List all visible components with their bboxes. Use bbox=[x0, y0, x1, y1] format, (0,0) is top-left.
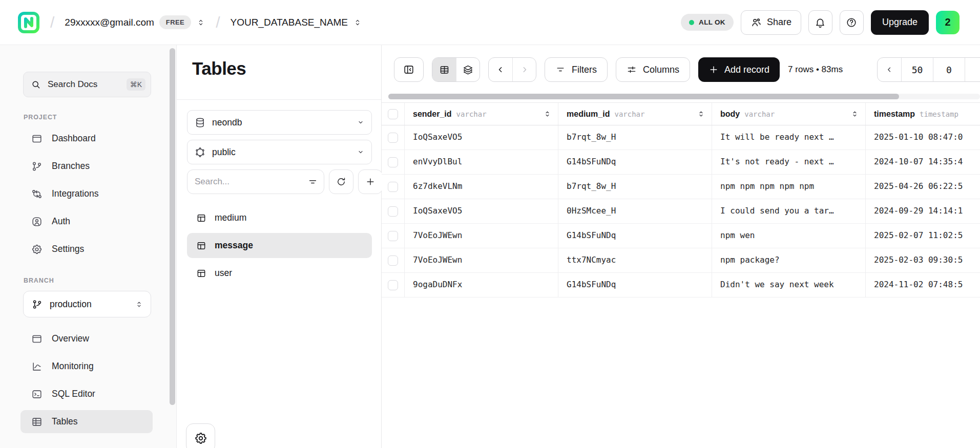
database-selector[interactable]: YOUR_DATABASE_NAME bbox=[230, 17, 362, 28]
table-row[interactable]: 9ogaDuDNFx G14bSFuNDq Didn't we say next… bbox=[382, 273, 980, 297]
page-size-field[interactable]: 50 bbox=[901, 58, 933, 81]
sidebar-item-overview[interactable]: Overview bbox=[20, 327, 153, 350]
sort-icon[interactable] bbox=[850, 110, 859, 118]
cell-timestamp[interactable]: 2025-01-10 08:47:0 bbox=[866, 125, 980, 150]
cell-body[interactable]: npm wen bbox=[712, 224, 866, 248]
cell-body[interactable]: npm npm npm npm npm bbox=[712, 175, 866, 199]
column-header-medium-id[interactable]: medium_id varchar bbox=[558, 103, 712, 125]
upgrade-button[interactable]: Upgrade bbox=[871, 10, 929, 35]
table-row[interactable]: enVvyDlBul G14bSFuNDq It's not ready - n… bbox=[382, 150, 980, 175]
chart-line-icon bbox=[31, 361, 43, 372]
sort-icon[interactable] bbox=[697, 110, 705, 118]
sidebar-item-tables[interactable]: Tables bbox=[20, 410, 153, 433]
cell-body[interactable]: I could send you a tar… bbox=[712, 199, 866, 223]
cell-body[interactable]: It will be ready next … bbox=[712, 125, 866, 150]
pagination-cut-cell[interactable] bbox=[965, 58, 980, 81]
table-list-item-user[interactable]: user bbox=[187, 261, 372, 286]
sidebar-item-monitoring[interactable]: Monitoring bbox=[20, 355, 153, 378]
grid-view-button[interactable] bbox=[432, 58, 456, 81]
row-checkbox[interactable] bbox=[388, 182, 398, 192]
refresh-button[interactable] bbox=[329, 169, 353, 194]
cell-medium-id[interactable]: ttx7NCmyac bbox=[558, 248, 712, 272]
sidebar-scrollbar[interactable] bbox=[170, 48, 175, 405]
search-docs-button[interactable]: Search Docs ⌘K bbox=[23, 72, 151, 97]
cell-medium-id[interactable]: G14bSFuNDq bbox=[558, 273, 712, 297]
sidebar-item-branches[interactable]: Branches bbox=[20, 155, 153, 178]
add-record-label: Add record bbox=[724, 65, 769, 75]
notifications-button[interactable] bbox=[808, 10, 832, 35]
cell-timestamp[interactable]: 2024-09-29 14:14:1 bbox=[866, 199, 980, 223]
scrollbar-thumb[interactable] bbox=[388, 94, 899, 99]
cell-sender-id[interactable]: 7VoEoJWEwn bbox=[405, 248, 558, 272]
table-row[interactable]: 6z7dkeVLNm b7rqt_8w_H npm npm npm npm np… bbox=[382, 175, 980, 199]
table-row[interactable]: 7VoEoJWEwn G14bSFuNDq npm wen 2025-02-07… bbox=[382, 224, 980, 248]
sidebar-item-sql-editor[interactable]: SQL Editor bbox=[20, 382, 153, 406]
share-button[interactable]: Share bbox=[741, 10, 801, 35]
cell-sender-id[interactable]: 7VoEoJWEwn bbox=[405, 224, 558, 248]
schema-select[interactable]: public bbox=[187, 140, 372, 164]
help-button[interactable] bbox=[840, 10, 864, 35]
sort-icon[interactable] bbox=[543, 110, 552, 118]
cell-timestamp[interactable]: 2024-10-07 14:35:4 bbox=[866, 150, 980, 174]
panel-settings-button[interactable] bbox=[186, 423, 215, 448]
cell-body[interactable]: It's not ready - next … bbox=[712, 150, 866, 174]
column-header-sender-id[interactable]: sender_id varchar bbox=[405, 103, 558, 125]
table-list-item-message[interactable]: message bbox=[187, 233, 372, 258]
collapse-panel-button[interactable] bbox=[394, 57, 424, 82]
cell-sender-id[interactable]: IoQSaxeVO5 bbox=[405, 125, 558, 150]
table-search-input[interactable] bbox=[195, 177, 308, 187]
sidebar-item-auth[interactable]: Auth bbox=[20, 210, 153, 233]
notification-count-badge[interactable]: 2 bbox=[936, 11, 960, 34]
select-all-checkbox[interactable] bbox=[388, 109, 398, 119]
cell-sender-id[interactable]: 9ogaDuDNFx bbox=[405, 273, 558, 297]
column-header-body[interactable]: body varchar bbox=[712, 103, 866, 125]
columns-button[interactable]: Columns bbox=[616, 57, 690, 82]
chevron-down-icon bbox=[356, 118, 365, 127]
cell-body[interactable]: Didn't we say next week bbox=[712, 273, 866, 297]
sidebar-item-settings[interactable]: Settings bbox=[20, 238, 153, 261]
back-button[interactable] bbox=[489, 58, 512, 81]
page-offset-field[interactable]: 0 bbox=[933, 58, 965, 81]
database-select[interactable]: neondb bbox=[187, 110, 372, 135]
layers-view-button[interactable] bbox=[456, 58, 479, 81]
cell-medium-id[interactable]: 0HzSMcee_H bbox=[558, 199, 712, 223]
cell-body[interactable]: npm package? bbox=[712, 248, 866, 272]
forward-button[interactable] bbox=[512, 58, 536, 81]
page-prev-button[interactable] bbox=[878, 58, 901, 81]
cell-sender-id[interactable]: 6z7dkeVLNm bbox=[405, 175, 558, 199]
account-selector[interactable]: 29xxxxx@gmail.com FREE bbox=[65, 15, 205, 29]
table-row[interactable]: IoQSaxeVO5 0HzSMcee_H I could send you a… bbox=[382, 199, 980, 224]
row-checkbox[interactable] bbox=[388, 133, 398, 143]
cell-medium-id[interactable]: G14bSFuNDq bbox=[558, 150, 712, 174]
branch-selector[interactable]: production bbox=[23, 291, 151, 317]
table-list-item-medium[interactable]: medium bbox=[187, 205, 372, 230]
row-checkbox[interactable] bbox=[388, 255, 398, 266]
table-row[interactable]: 7VoEoJWEwn ttx7NCmyac npm package? 2025-… bbox=[382, 248, 980, 273]
filters-button[interactable]: Filters bbox=[545, 57, 608, 82]
cell-sender-id[interactable]: enVvyDlBul bbox=[405, 150, 558, 174]
database-select-value: neondb bbox=[212, 117, 242, 128]
table-name: message bbox=[215, 240, 253, 251]
sidebar-item-dashboard[interactable]: Dashboard bbox=[20, 127, 153, 150]
sidebar: Search Docs ⌘K PROJECT Dashboard Branche… bbox=[0, 45, 177, 448]
cell-timestamp[interactable]: 2025-04-26 06:22:5 bbox=[866, 175, 980, 199]
add-table-button[interactable] bbox=[358, 169, 383, 194]
cell-sender-id[interactable]: IoQSaxeVO5 bbox=[405, 199, 558, 223]
cell-medium-id[interactable]: b7rqt_8w_H bbox=[558, 175, 712, 199]
row-checkbox[interactable] bbox=[388, 157, 398, 167]
sidebar-item-integrations[interactable]: Integrations bbox=[20, 182, 153, 205]
cell-timestamp[interactable]: 2025-02-07 11:02:5 bbox=[866, 224, 980, 248]
column-header-timestamp[interactable]: timestamp timestamp bbox=[866, 103, 980, 125]
row-checkbox[interactable] bbox=[388, 231, 398, 241]
status-pill[interactable]: ALL OK bbox=[681, 14, 734, 31]
cell-medium-id[interactable]: b7rqt_8w_H bbox=[558, 125, 712, 150]
row-checkbox[interactable] bbox=[388, 280, 398, 290]
cell-timestamp[interactable]: 2024-11-02 07:48:5 bbox=[866, 273, 980, 297]
add-record-button[interactable]: Add record bbox=[698, 57, 780, 82]
filter-lines-icon[interactable] bbox=[308, 177, 318, 187]
cell-timestamp[interactable]: 2025-02-03 09:30:5 bbox=[866, 248, 980, 272]
table-row[interactable]: IoQSaxeVO5 b7rqt_8w_H It will be ready n… bbox=[382, 125, 980, 150]
row-checkbox[interactable] bbox=[388, 206, 398, 217]
cell-medium-id[interactable]: G14bSFuNDq bbox=[558, 224, 712, 248]
neon-logo[interactable] bbox=[17, 11, 40, 34]
